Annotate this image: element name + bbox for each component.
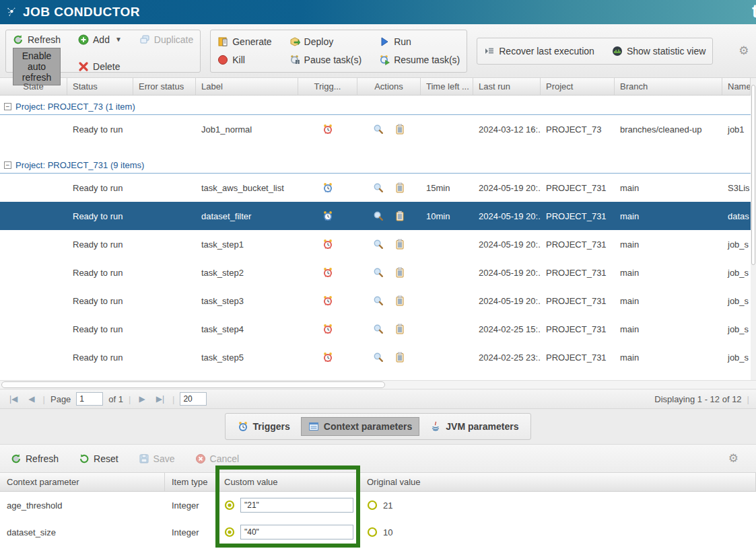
page-number-input[interactable]: [76, 392, 103, 406]
magnifier-icon[interactable]: [373, 182, 384, 193]
last-run: 2024-02-25 15:...: [473, 324, 541, 334]
previous-page-button[interactable]: ◀: [26, 394, 37, 404]
task-row[interactable]: Ready to runJob1_normal 2024-03-12 16:..…: [0, 115, 756, 143]
params-column-headers: Context parameter Item type Custom value…: [0, 473, 756, 492]
params-settings-gear-icon[interactable]: ⚙: [722, 451, 745, 465]
deploy-button[interactable]: Deploy: [289, 36, 362, 47]
recover-last-execution-button[interactable]: Recover last execution: [484, 46, 594, 57]
clipboard-icon[interactable]: [394, 182, 405, 193]
task-row[interactable]: Ready to runtask_aws_bucket_list 15min20…: [0, 174, 756, 202]
magnifier-icon[interactable]: [373, 211, 384, 221]
duplicate-button[interactable]: Duplicate: [139, 34, 193, 45]
task-row[interactable]: Ready to runtask_step1 2024-05-19 20:...…: [0, 230, 756, 258]
collapse-icon[interactable]: −: [4, 103, 11, 110]
page-size-input[interactable]: [180, 392, 207, 406]
tab-context-parameters[interactable]: Context parameters: [301, 417, 420, 436]
params-reset-button[interactable]: Reset: [79, 453, 118, 464]
time-left: 10min: [421, 211, 473, 221]
params-cancel-button[interactable]: Cancel: [195, 453, 240, 464]
project: PROJECT_73: [541, 124, 615, 135]
task-row[interactable]: Ready to runtask_step3 2024-05-19 20:...…: [0, 287, 756, 315]
resume-tasks-button[interactable]: Resume task(s): [379, 54, 460, 65]
collapse-icon[interactable]: −: [4, 161, 11, 169]
custom-value-input[interactable]: [240, 525, 353, 539]
custom-value-radio-selected[interactable]: [224, 500, 235, 511]
red-alarm-trigger-icon: [322, 324, 333, 334]
kill-button[interactable]: Kill: [217, 54, 271, 65]
column-header-project[interactable]: Project: [541, 78, 615, 95]
clipboard-icon[interactable]: [394, 211, 405, 221]
trigger-cell: [298, 324, 357, 334]
clipboard-icon[interactable]: [394, 295, 405, 306]
task-row[interactable]: Ready to rundataset_filter 10min2024-05-…: [0, 202, 756, 230]
param-name: dataset_size: [0, 527, 165, 537]
pause-tasks-button[interactable]: Pause task(s): [289, 54, 362, 65]
column-header-time-left[interactable]: Time left ...: [421, 78, 473, 95]
vertical-scrollbar[interactable]: [751, 78, 756, 389]
column-header-error-status[interactable]: Error status: [133, 78, 196, 95]
column-header-item-type[interactable]: Item type: [165, 473, 217, 491]
show-statistic-view-button[interactable]: Show statistic view: [612, 46, 706, 57]
magnifier-icon[interactable]: [373, 239, 384, 250]
params-save-button[interactable]: Save: [139, 453, 175, 464]
horizontal-scrollbar[interactable]: [0, 380, 756, 389]
clipboard-icon[interactable]: [394, 124, 405, 135]
tab-triggers[interactable]: Triggers: [231, 417, 297, 436]
column-header-original-value[interactable]: Original value: [360, 473, 756, 491]
last-run: 2024-05-19 20:...: [473, 211, 541, 221]
project-group-header[interactable]: −Project: PROJECT_73 (1 item): [0, 99, 756, 115]
custom-value-input[interactable]: [240, 498, 353, 513]
column-header-label[interactable]: Label: [196, 78, 298, 95]
project-group-header[interactable]: −Project: PROJECT_731 (9 items): [0, 157, 756, 174]
task-row[interactable]: Ready to runtask_step5 2024-02-25 23:...…: [0, 343, 756, 371]
run-button[interactable]: Run: [379, 36, 460, 47]
add-button[interactable]: Add▼: [78, 34, 122, 45]
vertical-scrollbar-thumb[interactable]: [751, 85, 755, 265]
next-page-button[interactable]: ▶: [136, 394, 147, 404]
blue-alarm-trigger-icon: [322, 211, 333, 221]
delete-button[interactable]: Delete: [78, 61, 122, 72]
task-row[interactable]: Ready to runtask_step4 2024-02-25 15:...…: [0, 315, 756, 343]
column-header-trigg[interactable]: Trigg...: [298, 78, 357, 95]
clipboard-icon[interactable]: [394, 267, 405, 278]
project: PROJECT_731: [541, 268, 615, 278]
tab-jvm-parameters[interactable]: JVM parameters: [423, 417, 525, 436]
magnifier-icon[interactable]: [373, 295, 384, 306]
magnifier-icon[interactable]: [373, 324, 384, 334]
cancel-icon: [195, 453, 206, 464]
refresh-button[interactable]: Refresh: [13, 34, 61, 45]
original-value-radio[interactable]: [367, 500, 378, 511]
original-value-radio[interactable]: [367, 527, 378, 537]
param-row: age_threshold Integer 21: [0, 492, 756, 519]
clipboard-icon[interactable]: [394, 352, 405, 363]
generate-button[interactable]: Generate: [217, 36, 271, 47]
magnifier-icon[interactable]: [373, 124, 384, 135]
column-header-branch[interactable]: Branch: [615, 78, 722, 95]
task-row[interactable]: Ready to runtask_step7 2024-02-26 00:...…: [0, 371, 756, 380]
horizontal-scrollbar-thumb[interactable]: [1, 381, 385, 388]
column-header-state[interactable]: State: [0, 78, 67, 95]
actions-cell: [357, 124, 421, 135]
first-page-button[interactable]: |◀: [7, 394, 20, 404]
clipboard-icon[interactable]: [394, 239, 405, 250]
column-header-name[interactable]: Name: [722, 78, 751, 95]
detail-tabs-bar: Triggers Context parameters JVM paramete…: [0, 409, 756, 444]
task-grid: −Project: PROJECT_73 (1 item)Ready to ru…: [0, 96, 756, 380]
column-header-actions[interactable]: Actions: [357, 78, 421, 95]
grid-settings-gear-icon[interactable]: ⚙: [732, 44, 755, 58]
project-group-label: Project: PROJECT_731 (9 items): [15, 160, 144, 170]
status: Ready to run: [67, 183, 133, 193]
magnifier-icon[interactable]: [373, 267, 384, 278]
red-alarm-trigger-icon: [322, 352, 333, 363]
custom-value-radio-selected[interactable]: [224, 527, 235, 537]
column-header-context-parameter[interactable]: Context parameter: [0, 473, 165, 491]
magnifier-icon[interactable]: [373, 352, 384, 363]
params-refresh-button[interactable]: Refresh: [11, 453, 59, 464]
column-header-status[interactable]: Status: [67, 78, 133, 95]
last-page-button[interactable]: ▶|: [153, 394, 167, 404]
task-row[interactable]: Ready to runtask_step2 2024-05-19 20:...…: [0, 258, 756, 287]
trigger-cell: [298, 182, 357, 193]
column-header-last-run[interactable]: Last run: [473, 78, 541, 95]
column-header-custom-value[interactable]: Custom value: [217, 473, 360, 491]
clipboard-icon[interactable]: [394, 324, 405, 334]
